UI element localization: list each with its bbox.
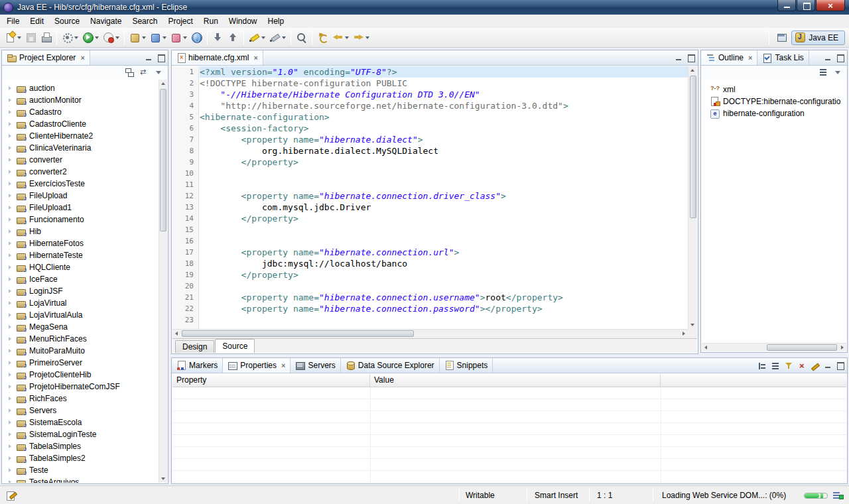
project-item[interactable]: ClinicaVeterinaria (3, 142, 159, 154)
editor-tab-hibernate-cfg-xml[interactable]: hibernate.cfg.xml (172, 50, 263, 65)
column-header-property[interactable]: Property (172, 374, 370, 387)
tab-outline[interactable]: Outline (701, 50, 757, 65)
menu-source[interactable]: Source (49, 15, 85, 27)
new-button[interactable] (3, 30, 23, 46)
code-line[interactable] (200, 314, 688, 326)
tab-source[interactable]: Source (215, 339, 255, 353)
menu-window[interactable]: Window (224, 15, 263, 27)
project-item[interactable]: HibernateTeste (3, 249, 159, 261)
expand-arrow-icon[interactable] (8, 253, 13, 258)
minimize-view-icon[interactable] (823, 361, 833, 370)
expand-arrow-icon[interactable] (8, 468, 13, 473)
code-line[interactable] (200, 224, 688, 235)
project-item[interactable]: MuitoParaMuito (3, 345, 159, 357)
project-item[interactable]: HQLCliente (3, 261, 159, 273)
progress-view-icon[interactable] (833, 491, 844, 499)
expand-arrow-icon[interactable] (8, 324, 13, 330)
project-item[interactable]: converter (3, 154, 159, 166)
project-item[interactable]: CadastroCliente (3, 118, 159, 130)
properties-row[interactable] (172, 411, 846, 423)
scroll-right-icon[interactable] (679, 330, 688, 338)
code-line[interactable]: <property name="hibernate.connection.use… (200, 292, 688, 303)
minimize-view-icon[interactable] (823, 54, 833, 62)
editor-horizontal-scrollbar[interactable] (172, 329, 688, 338)
expand-arrow-icon[interactable] (8, 456, 13, 461)
expand-arrow-icon[interactable] (8, 396, 13, 401)
sort-icon[interactable] (818, 67, 829, 78)
properties-row[interactable] (172, 399, 846, 411)
scrollbar-thumb[interactable] (690, 76, 696, 218)
scroll-down-icon[interactable] (159, 474, 168, 483)
code-line[interactable]: </property> (200, 213, 688, 224)
expand-arrow-icon[interactable] (8, 97, 13, 103)
mark-occurrences-button[interactable] (247, 30, 267, 46)
link-with-editor-icon[interactable] (139, 67, 150, 78)
close-view-icon[interactable] (281, 361, 285, 370)
project-item[interactable]: HibernateFotos (3, 237, 159, 249)
scroll-up-icon[interactable] (159, 80, 168, 88)
code-line[interactable]: <!DOCTYPE hibernate-configuration PUBLIC (200, 78, 688, 89)
maximize-button[interactable] (797, 0, 815, 11)
scroll-left-icon[interactable] (172, 330, 181, 338)
code-line[interactable]: </property> (200, 157, 688, 168)
code-line[interactable]: <?xml version="1.0" encoding="UTF-8"?> (200, 66, 688, 78)
project-item[interactable]: auctionMonitor (3, 94, 159, 106)
code-area[interactable]: <?xml version="1.0" encoding="UTF-8"?><!… (200, 66, 688, 329)
tab-task-lis[interactable]: Task Lis (757, 50, 809, 65)
project-item[interactable]: TesteArquivos (3, 476, 159, 483)
maximize-view-icon[interactable] (835, 54, 845, 62)
menu-edit[interactable]: Edit (25, 15, 49, 27)
expand-arrow-icon[interactable] (8, 181, 13, 186)
expand-arrow-icon[interactable] (8, 384, 13, 389)
properties-row[interactable] (172, 459, 846, 471)
view-menu-icon[interactable] (153, 67, 164, 78)
edit-icon[interactable] (810, 361, 821, 371)
format-button[interactable] (267, 30, 288, 46)
project-item[interactable]: ProjetoHibernateComJSF (3, 381, 159, 393)
tab-design[interactable]: Design (175, 340, 214, 353)
editor-vertical-scrollbar[interactable] (688, 66, 697, 329)
filter-icon[interactable] (783, 361, 795, 371)
scroll-left-icon[interactable] (702, 344, 710, 352)
code-line[interactable]: jdbc:mysql://localhost/banco (200, 258, 688, 269)
menu-run[interactable]: Run (198, 15, 224, 27)
project-item[interactable]: Servers (3, 405, 159, 416)
properties-row[interactable] (172, 423, 846, 435)
scrollbar-thumb[interactable] (160, 89, 166, 231)
menu-navigate[interactable]: Navigate (85, 15, 127, 27)
last-edit-location-button[interactable] (315, 30, 330, 46)
forward-button[interactable] (351, 30, 371, 46)
project-explorer-scrollbar[interactable] (159, 80, 167, 483)
tab-project-explorer[interactable]: Project Explorer (2, 50, 90, 65)
project-item[interactable]: TabelaSimples2 (3, 452, 159, 464)
code-line[interactable]: "http://hibernate.sourceforge.net/hibern… (200, 100, 688, 111)
project-item[interactable]: SistemaEscola (3, 416, 159, 428)
project-item[interactable]: FileUpload1 (3, 202, 159, 214)
sort-icon[interactable] (770, 361, 781, 371)
expand-arrow-icon[interactable] (8, 336, 13, 342)
expand-arrow-icon[interactable] (8, 348, 13, 353)
project-item[interactable]: SistemaLoginTeste (3, 428, 159, 440)
expand-arrow-icon[interactable] (8, 133, 13, 139)
show-tree-mode-icon[interactable] (757, 361, 768, 371)
expand-arrow-icon[interactable] (8, 420, 13, 425)
expand-arrow-icon[interactable] (8, 372, 13, 377)
project-item[interactable]: TabelaSimples (3, 440, 159, 452)
expand-arrow-icon[interactable] (8, 205, 13, 210)
new-java-ee-project-button[interactable] (127, 30, 148, 46)
properties-row[interactable] (172, 471, 846, 483)
minimize-editor-icon[interactable] (674, 54, 684, 62)
external-tools-button[interactable] (60, 30, 80, 46)
expand-arrow-icon[interactable] (8, 157, 13, 162)
expand-arrow-icon[interactable] (8, 109, 13, 115)
project-item[interactable]: Teste (3, 464, 159, 476)
print-button[interactable] (38, 30, 54, 46)
menu-help[interactable]: Help (263, 15, 290, 27)
outline-item[interactable]: xml (702, 84, 846, 95)
code-line[interactable]: com.mysql.jdbc.Driver (200, 202, 688, 213)
coverage-button[interactable] (101, 30, 121, 46)
code-line[interactable]: org.hibernate.dialect.MySQLDialect (200, 145, 688, 157)
project-item[interactable]: IceFace (3, 273, 159, 285)
expand-arrow-icon[interactable] (8, 145, 13, 151)
code-line[interactable]: <property name="hibernate.connection.url… (200, 247, 688, 258)
